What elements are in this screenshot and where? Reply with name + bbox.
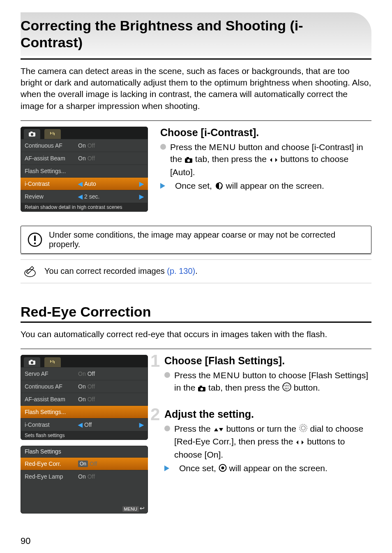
result-arrow-icon	[160, 183, 171, 189]
menu-row-label: AF-assist Beam	[25, 396, 78, 403]
right-arrow-icon: ▶	[139, 421, 144, 428]
right-arrow-icon: ▶	[139, 180, 144, 187]
menu-row: Continuous AF On Off	[21, 380, 148, 393]
heading-underline	[21, 322, 371, 323]
page-number: 90	[21, 536, 371, 546]
svg-text:FUNC.: FUNC.	[283, 384, 291, 387]
menu-row-label: i-Contrast	[25, 421, 78, 428]
caution-icon	[28, 232, 42, 247]
step-title: Choose [i-Contrast].	[160, 127, 371, 139]
svg-point-5	[187, 160, 190, 162]
menu-row-label: Red-Eye Corr.	[25, 460, 78, 467]
section-heading: Correcting the Brightness and Shooting (…	[21, 12, 371, 56]
control-dial-icon	[299, 423, 308, 435]
step-title: Choose [Flash Settings].	[164, 355, 371, 367]
menu-tabs	[21, 127, 148, 139]
menu-row: Flash Settings...	[21, 164, 148, 177]
left-arrow-icon: ◀	[78, 421, 83, 428]
menu-row-label: Review	[25, 193, 78, 200]
red-eye-icon	[219, 463, 227, 475]
svg-rect-15	[200, 386, 202, 387]
svg-point-2	[31, 133, 33, 136]
menu-help-text: Sets flash settings	[21, 431, 148, 440]
svg-point-9	[34, 243, 36, 245]
menu-row-label: Servo AF	[25, 370, 78, 377]
step-title: Adjust the setting.	[164, 408, 371, 420]
menu-row: AF-assist Beam On Off	[21, 152, 148, 164]
pencil-note-icon	[23, 264, 38, 279]
bullet-icon	[164, 372, 170, 378]
svg-point-23	[221, 467, 224, 470]
menu-footer: MENU↩	[21, 503, 148, 513]
menu-help-text: Retain shadow detail in high contrast sc…	[21, 203, 148, 212]
bullet-icon	[160, 144, 166, 150]
menu-row-label: Flash Settings...	[25, 168, 78, 174]
menu-row-selected: Red-Eye Corr. On Off	[21, 457, 148, 470]
shooting-tab-icon	[24, 129, 40, 139]
menu-row-label: AF-assist Beam	[25, 155, 78, 162]
heading-underline	[21, 58, 371, 60]
warning-text: Under some conditions, the image may app…	[49, 230, 364, 249]
shooting-tab-icon	[24, 357, 40, 367]
menu-button-label: MENU	[213, 370, 240, 380]
menu-row: Continuous AF On Off	[21, 139, 148, 152]
submenu-title: Flash Settings	[21, 446, 148, 457]
return-icon: ↩	[140, 505, 145, 511]
menu-row: Red-Eye Lamp On Off	[21, 470, 148, 483]
section-intro: You can automatically correct red-eye th…	[21, 329, 371, 340]
warning-callout: Under some conditions, the image may app…	[21, 226, 371, 254]
svg-point-10	[25, 269, 35, 277]
instruction-text: Press the buttons or turn the dial to ch…	[174, 423, 371, 460]
menu-tabs	[21, 355, 148, 367]
section-title: Red-Eye Correction	[21, 304, 371, 320]
page-ref-link[interactable]: (p. 130)	[167, 266, 195, 275]
svg-rect-12	[30, 360, 32, 361]
camera-submenu-screenshot: Flash Settings Red-Eye Corr. On Off Red-…	[21, 446, 148, 513]
step-number: 1	[150, 353, 160, 369]
left-right-buttons-icon	[269, 154, 278, 166]
left-arrow-icon: ◀	[78, 193, 83, 200]
left-arrow-icon: ◀	[78, 180, 83, 187]
instruction-text: Press the MENU button and choose [i-Cont…	[170, 141, 371, 178]
menu-row-label: Red-Eye Lamp	[25, 473, 78, 480]
menu-button-label: MENU	[209, 142, 236, 152]
divider	[21, 349, 371, 349]
icontrast-icon: i	[214, 180, 224, 192]
svg-point-16	[201, 388, 203, 391]
svg-point-20	[300, 424, 307, 432]
result-text: Once set, i will appear on the screen.	[175, 180, 324, 192]
svg-rect-1	[30, 132, 32, 133]
result-text: Once set, will appear on the screen.	[179, 462, 327, 475]
svg-rect-4	[187, 157, 189, 159]
camera-menu-screenshot: Servo AF On Off Continuous AF On Off AF-…	[21, 355, 148, 440]
step-number: 2	[150, 407, 160, 422]
camera-menu-screenshot: Continuous AF On Off AF-assist Beam On O…	[21, 127, 148, 217]
right-arrow-icon: ▶	[139, 193, 144, 200]
svg-point-17	[283, 383, 291, 391]
menu-row: i-Contrast ◀ Off ▶	[21, 418, 148, 431]
menu-row: Review ◀ 2 sec. ▶	[21, 190, 148, 203]
section-title: Correcting the Brightness and Shooting (…	[21, 17, 363, 51]
menu-row-selected: i-Contrast ◀ Auto ▶	[21, 177, 148, 190]
tools-tab-icon	[44, 357, 61, 367]
menu-row-label: Continuous AF	[25, 383, 78, 390]
tip-text: You can correct recorded images (p. 130)…	[44, 266, 198, 276]
section-intro: The camera can detect areas in the scene…	[21, 65, 371, 112]
menu-row-selected: Flash Settings...	[21, 405, 148, 418]
tip-callout: You can correct recorded images (p. 130)…	[21, 259, 371, 283]
menu-row: Servo AF On Off	[21, 367, 148, 380]
svg-text:i: i	[221, 185, 222, 190]
svg-point-21	[301, 426, 305, 430]
menu-row-label: Flash Settings...	[25, 409, 78, 415]
menu-row-label: Continuous AF	[25, 142, 78, 149]
func-set-button-icon: FUNC.SET	[282, 382, 291, 394]
svg-point-13	[31, 361, 33, 364]
menu-badge: MENU	[122, 506, 139, 512]
camera-tab-icon	[198, 382, 206, 394]
camera-tab-icon	[184, 154, 193, 166]
up-down-buttons-icon	[213, 423, 224, 435]
menu-row-label: i-Contrast	[25, 180, 78, 187]
divider	[21, 120, 371, 121]
svg-text:SET: SET	[284, 387, 289, 390]
left-right-buttons-icon	[295, 436, 304, 448]
